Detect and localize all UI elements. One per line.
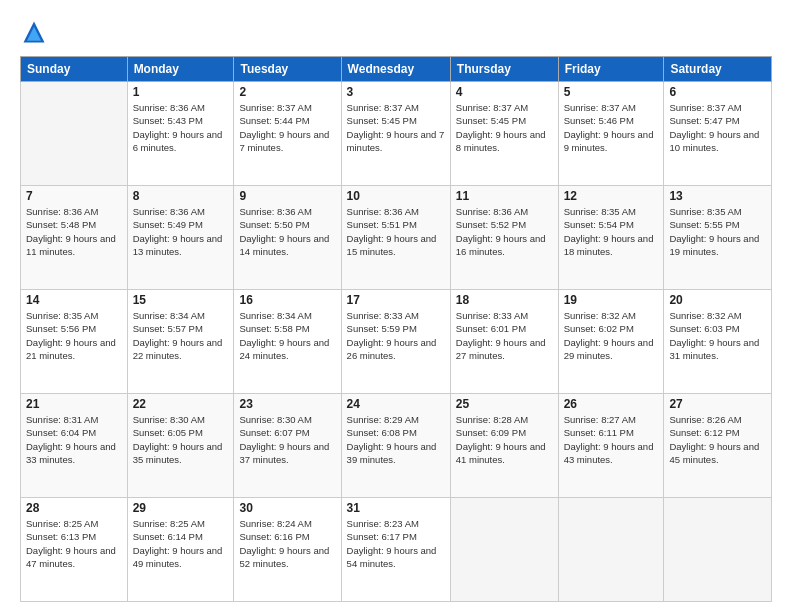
day-number: 28: [26, 501, 122, 515]
weekday-header: Tuesday: [234, 57, 341, 82]
day-number: 10: [347, 189, 445, 203]
weekday-header: Thursday: [450, 57, 558, 82]
calendar-cell: 23Sunrise: 8:30 AMSunset: 6:07 PMDayligh…: [234, 394, 341, 498]
day-number: 12: [564, 189, 659, 203]
day-number: 2: [239, 85, 335, 99]
logo: [20, 18, 52, 46]
calendar-header-row: SundayMondayTuesdayWednesdayThursdayFrid…: [21, 57, 772, 82]
weekday-header: Monday: [127, 57, 234, 82]
day-number: 5: [564, 85, 659, 99]
day-number: 8: [133, 189, 229, 203]
day-info: Sunrise: 8:29 AMSunset: 6:08 PMDaylight:…: [347, 413, 445, 466]
calendar-week-row: 14Sunrise: 8:35 AMSunset: 5:56 PMDayligh…: [21, 290, 772, 394]
calendar-cell: [664, 498, 772, 602]
calendar-week-row: 1Sunrise: 8:36 AMSunset: 5:43 PMDaylight…: [21, 82, 772, 186]
calendar-cell: 21Sunrise: 8:31 AMSunset: 6:04 PMDayligh…: [21, 394, 128, 498]
calendar-cell: 7Sunrise: 8:36 AMSunset: 5:48 PMDaylight…: [21, 186, 128, 290]
day-info: Sunrise: 8:25 AMSunset: 6:13 PMDaylight:…: [26, 517, 122, 570]
day-info: Sunrise: 8:37 AMSunset: 5:45 PMDaylight:…: [456, 101, 553, 154]
calendar-cell: 8Sunrise: 8:36 AMSunset: 5:49 PMDaylight…: [127, 186, 234, 290]
calendar-cell: 5Sunrise: 8:37 AMSunset: 5:46 PMDaylight…: [558, 82, 664, 186]
weekday-header: Sunday: [21, 57, 128, 82]
day-number: 17: [347, 293, 445, 307]
calendar-cell: 12Sunrise: 8:35 AMSunset: 5:54 PMDayligh…: [558, 186, 664, 290]
calendar-cell: 10Sunrise: 8:36 AMSunset: 5:51 PMDayligh…: [341, 186, 450, 290]
day-number: 11: [456, 189, 553, 203]
day-info: Sunrise: 8:37 AMSunset: 5:45 PMDaylight:…: [347, 101, 445, 154]
calendar-cell: 15Sunrise: 8:34 AMSunset: 5:57 PMDayligh…: [127, 290, 234, 394]
day-number: 14: [26, 293, 122, 307]
header: [20, 18, 772, 46]
day-info: Sunrise: 8:34 AMSunset: 5:57 PMDaylight:…: [133, 309, 229, 362]
calendar-cell: 24Sunrise: 8:29 AMSunset: 6:08 PMDayligh…: [341, 394, 450, 498]
day-number: 7: [26, 189, 122, 203]
day-number: 18: [456, 293, 553, 307]
day-info: Sunrise: 8:35 AMSunset: 5:55 PMDaylight:…: [669, 205, 766, 258]
day-info: Sunrise: 8:30 AMSunset: 6:05 PMDaylight:…: [133, 413, 229, 466]
calendar-cell: 13Sunrise: 8:35 AMSunset: 5:55 PMDayligh…: [664, 186, 772, 290]
calendar-cell: 28Sunrise: 8:25 AMSunset: 6:13 PMDayligh…: [21, 498, 128, 602]
calendar-cell: 29Sunrise: 8:25 AMSunset: 6:14 PMDayligh…: [127, 498, 234, 602]
calendar-cell: 30Sunrise: 8:24 AMSunset: 6:16 PMDayligh…: [234, 498, 341, 602]
page: SundayMondayTuesdayWednesdayThursdayFrid…: [0, 0, 792, 612]
day-number: 30: [239, 501, 335, 515]
day-number: 1: [133, 85, 229, 99]
weekday-header: Friday: [558, 57, 664, 82]
day-number: 26: [564, 397, 659, 411]
calendar-week-row: 28Sunrise: 8:25 AMSunset: 6:13 PMDayligh…: [21, 498, 772, 602]
day-number: 25: [456, 397, 553, 411]
logo-icon: [20, 18, 48, 46]
day-info: Sunrise: 8:36 AMSunset: 5:48 PMDaylight:…: [26, 205, 122, 258]
calendar-cell: 3Sunrise: 8:37 AMSunset: 5:45 PMDaylight…: [341, 82, 450, 186]
day-info: Sunrise: 8:30 AMSunset: 6:07 PMDaylight:…: [239, 413, 335, 466]
day-info: Sunrise: 8:37 AMSunset: 5:47 PMDaylight:…: [669, 101, 766, 154]
calendar-cell: 26Sunrise: 8:27 AMSunset: 6:11 PMDayligh…: [558, 394, 664, 498]
calendar-cell: 27Sunrise: 8:26 AMSunset: 6:12 PMDayligh…: [664, 394, 772, 498]
calendar-week-row: 21Sunrise: 8:31 AMSunset: 6:04 PMDayligh…: [21, 394, 772, 498]
day-info: Sunrise: 8:37 AMSunset: 5:46 PMDaylight:…: [564, 101, 659, 154]
calendar-cell: [450, 498, 558, 602]
weekday-header: Saturday: [664, 57, 772, 82]
calendar-cell: 31Sunrise: 8:23 AMSunset: 6:17 PMDayligh…: [341, 498, 450, 602]
day-info: Sunrise: 8:35 AMSunset: 5:56 PMDaylight:…: [26, 309, 122, 362]
day-info: Sunrise: 8:27 AMSunset: 6:11 PMDaylight:…: [564, 413, 659, 466]
day-number: 27: [669, 397, 766, 411]
day-info: Sunrise: 8:36 AMSunset: 5:51 PMDaylight:…: [347, 205, 445, 258]
day-info: Sunrise: 8:31 AMSunset: 6:04 PMDaylight:…: [26, 413, 122, 466]
calendar-cell: 16Sunrise: 8:34 AMSunset: 5:58 PMDayligh…: [234, 290, 341, 394]
day-number: 4: [456, 85, 553, 99]
day-number: 9: [239, 189, 335, 203]
day-number: 6: [669, 85, 766, 99]
day-info: Sunrise: 8:34 AMSunset: 5:58 PMDaylight:…: [239, 309, 335, 362]
calendar-cell: 25Sunrise: 8:28 AMSunset: 6:09 PMDayligh…: [450, 394, 558, 498]
day-number: 24: [347, 397, 445, 411]
day-info: Sunrise: 8:32 AMSunset: 6:02 PMDaylight:…: [564, 309, 659, 362]
day-number: 22: [133, 397, 229, 411]
day-number: 13: [669, 189, 766, 203]
calendar-cell: 22Sunrise: 8:30 AMSunset: 6:05 PMDayligh…: [127, 394, 234, 498]
day-info: Sunrise: 8:26 AMSunset: 6:12 PMDaylight:…: [669, 413, 766, 466]
day-info: Sunrise: 8:33 AMSunset: 6:01 PMDaylight:…: [456, 309, 553, 362]
day-number: 23: [239, 397, 335, 411]
day-info: Sunrise: 8:32 AMSunset: 6:03 PMDaylight:…: [669, 309, 766, 362]
calendar-table: SundayMondayTuesdayWednesdayThursdayFrid…: [20, 56, 772, 602]
calendar-cell: 4Sunrise: 8:37 AMSunset: 5:45 PMDaylight…: [450, 82, 558, 186]
weekday-header: Wednesday: [341, 57, 450, 82]
day-info: Sunrise: 8:24 AMSunset: 6:16 PMDaylight:…: [239, 517, 335, 570]
day-info: Sunrise: 8:35 AMSunset: 5:54 PMDaylight:…: [564, 205, 659, 258]
calendar-cell: 19Sunrise: 8:32 AMSunset: 6:02 PMDayligh…: [558, 290, 664, 394]
day-number: 16: [239, 293, 335, 307]
day-number: 21: [26, 397, 122, 411]
day-info: Sunrise: 8:23 AMSunset: 6:17 PMDaylight:…: [347, 517, 445, 570]
calendar-cell: 2Sunrise: 8:37 AMSunset: 5:44 PMDaylight…: [234, 82, 341, 186]
calendar-cell: 11Sunrise: 8:36 AMSunset: 5:52 PMDayligh…: [450, 186, 558, 290]
day-number: 29: [133, 501, 229, 515]
day-info: Sunrise: 8:33 AMSunset: 5:59 PMDaylight:…: [347, 309, 445, 362]
day-info: Sunrise: 8:25 AMSunset: 6:14 PMDaylight:…: [133, 517, 229, 570]
day-number: 3: [347, 85, 445, 99]
day-number: 19: [564, 293, 659, 307]
day-info: Sunrise: 8:36 AMSunset: 5:52 PMDaylight:…: [456, 205, 553, 258]
calendar-cell: 1Sunrise: 8:36 AMSunset: 5:43 PMDaylight…: [127, 82, 234, 186]
day-number: 31: [347, 501, 445, 515]
calendar-cell: 17Sunrise: 8:33 AMSunset: 5:59 PMDayligh…: [341, 290, 450, 394]
